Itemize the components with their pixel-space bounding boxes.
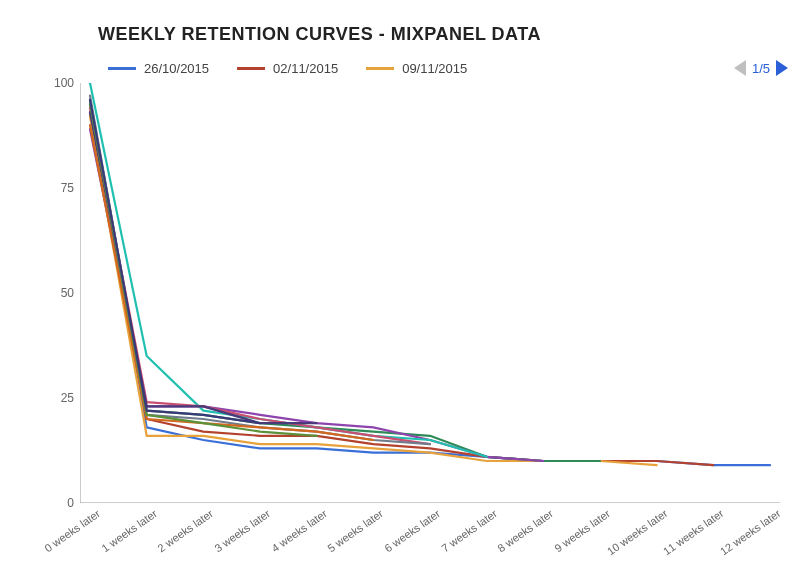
legend-swatch-3: [366, 67, 394, 70]
y-tick-label: 0: [67, 496, 74, 510]
x-tick-label: 8 weeks later: [496, 507, 556, 554]
x-tick-label: 0 weeks later: [42, 507, 102, 554]
legend-prev-icon[interactable]: [734, 60, 746, 76]
series-group: [90, 83, 770, 465]
x-tick-label: 11 weeks later: [661, 507, 726, 558]
y-axis: 0255075100: [46, 83, 80, 503]
series-line: [90, 104, 317, 436]
x-axis: 0 weeks later1 weeks later2 weeks later3…: [80, 503, 780, 567]
x-tick-label: 5 weeks later: [326, 507, 386, 554]
legend-swatch-1: [108, 67, 136, 70]
chart-title: WEEKLY RETENTION CURVES - MIXPANEL DATA: [98, 24, 780, 45]
x-tick-label: 2 weeks later: [156, 507, 216, 554]
x-tick-label: 7 weeks later: [439, 507, 499, 554]
x-tick-label: 1 weeks later: [99, 507, 159, 554]
legend-swatch-2: [237, 67, 265, 70]
legend-label-2: 02/11/2015: [273, 61, 338, 76]
y-tick-label: 75: [61, 181, 74, 195]
legend-label-3: 09/11/2015: [402, 61, 467, 76]
x-tick-label: 10 weeks later: [604, 507, 669, 558]
plot-svg: [80, 83, 780, 503]
retention-chart: WEEKLY RETENTION CURVES - MIXPANEL DATA …: [0, 0, 800, 567]
series-line: [90, 83, 487, 457]
series-line: [90, 104, 770, 465]
series-line: [90, 112, 317, 423]
legend-item-3[interactable]: 09/11/2015: [366, 61, 467, 76]
legend-page-indicator: 1/5: [752, 61, 770, 76]
x-tick-label: 6 weeks later: [382, 507, 442, 554]
y-tick-label: 50: [61, 286, 74, 300]
x-tick-label: 12 weeks later: [718, 507, 783, 558]
x-tick-label: 9 weeks later: [552, 507, 612, 554]
chart-legend: 26/10/2015 02/11/2015 09/11/2015 1/5: [108, 53, 788, 83]
legend-pager: 1/5: [734, 60, 788, 76]
y-tick-label: 25: [61, 391, 74, 405]
legend-item-2[interactable]: 02/11/2015: [237, 61, 338, 76]
x-tick-label: 3 weeks later: [212, 507, 272, 554]
legend-item-1[interactable]: 26/10/2015: [108, 61, 209, 76]
plot-area: 0255075100 0 weeks later1 weeks later2 w…: [80, 83, 780, 503]
y-tick-label: 100: [54, 76, 74, 90]
legend-label-1: 26/10/2015: [144, 61, 209, 76]
x-tick-label: 4 weeks later: [269, 507, 329, 554]
legend-next-icon[interactable]: [776, 60, 788, 76]
